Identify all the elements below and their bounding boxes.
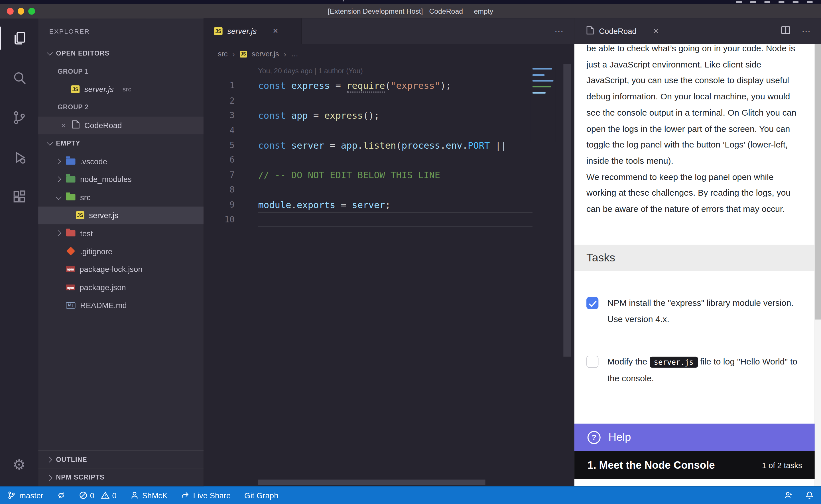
markdown-icon: M↓ [66,302,75,308]
inline-code-chip: server.js [650,357,698,368]
menu-item-code[interactable]: Code [40,0,57,2]
task-checkbox[interactable] [586,356,598,368]
panel-scrollbar-thumb[interactable] [815,44,821,319]
tree-item-package-json[interactable]: npm package.json [38,278,203,296]
editor-horizontal-scrollbar[interactable] [258,480,485,485]
menu-item-help[interactable]: Help [332,0,347,2]
account-status[interactable]: ShMcK [130,491,167,500]
more-actions-icon[interactable]: ··· [554,26,563,36]
chevron-right-icon [54,158,62,165]
code-line[interactable] [258,123,574,138]
menu-item-selection[interactable]: Selection [124,0,154,2]
js-file-icon: JS [71,85,79,93]
panel-scrollbar[interactable] [815,44,821,486]
chevron-down-icon [46,50,53,57]
settings-gear-icon[interactable]: ⚙ [0,450,38,480]
menu-item-edit[interactable]: Edit [97,0,110,2]
search-icon[interactable] [0,58,38,98]
notifications-status[interactable] [805,491,814,499]
document-icon [72,120,79,130]
split-editor-icon[interactable] [781,26,790,36]
bell-icon [805,491,814,499]
source-control-icon[interactable] [0,98,38,138]
task-item-2: Modify the server.js file to log "Hello … [586,354,805,386]
live-share-status[interactable]: Live Share [181,491,231,500]
code-line[interactable]: const server = app.listen(process.env.PO… [258,138,574,153]
code-line[interactable] [258,183,574,197]
minimap[interactable] [530,64,555,142]
tab-label: CodeRoad [599,27,637,36]
tree-item-node-modules[interactable]: node_modules [38,170,203,188]
outline-section[interactable]: OUTLINE [38,450,203,468]
close-icon[interactable]: × [654,27,659,36]
explorer-icon[interactable] [0,18,38,58]
person-add-icon [784,491,793,499]
more-actions-icon[interactable]: ··· [802,26,810,36]
code-line[interactable] [258,153,574,168]
line-number: 7 [204,168,235,183]
chevron-right-icon: › [284,50,286,58]
code-line[interactable]: const app = express(); [258,108,574,123]
tree-item-server-js[interactable]: JS server.js [38,206,203,224]
open-editors-section[interactable]: OPEN EDITORS [38,44,203,62]
breadcrumb-src[interactable]: src [218,50,228,58]
code-line[interactable]: module.exports = server; [258,197,574,212]
close-icon[interactable]: × [273,27,278,36]
code-line[interactable] [258,93,574,108]
document-icon [586,26,594,36]
folder-icon [66,176,75,183]
close-icon[interactable]: × [59,121,68,130]
menu-item-file[interactable]: File [71,0,83,2]
gitlens-annotation: You, 20 days ago | 1 author (You) [258,64,574,79]
live-share-invite-status[interactable] [784,491,793,499]
tree-item-package-lock-json[interactable]: npm package-lock.json [38,260,203,278]
open-editor-coderoad[interactable]: × CodeRoad [38,116,203,134]
help-icon: ? [587,431,600,444]
coderoad-panel: CodeRoad × ··· be able to check what’s g… [574,18,821,486]
folder-icon [66,230,75,236]
code-editor[interactable]: 12345678910 You, 20 days ago | 1 author … [204,64,574,486]
task-text: Modify the server.js file to log "Hello … [607,354,805,386]
tree-item-readme-md[interactable]: M↓ README.md [38,296,203,314]
open-editor-file-name: server.js [84,85,114,94]
extensions-icon[interactable] [0,177,38,217]
tasks-header: Tasks [574,245,815,271]
tab-coderoad[interactable]: CodeRoad × [574,18,667,44]
close-window-button[interactable] [7,8,13,15]
tab-server-js[interactable]: JS server.js × [204,18,302,44]
sidebar-title: EXPLORER [38,18,203,44]
code-line[interactable]: // -- DO NOT EDIT BELOW THIS LINE [258,168,574,183]
editor-vertical-scrollbar[interactable] [563,64,571,357]
task-checkbox[interactable] [586,297,598,309]
chevron-right-icon [54,176,62,183]
workspace-section-empty[interactable]: EMPTY [38,134,203,152]
git-graph-status[interactable]: Git Graph [244,491,278,500]
line-number: 2 [204,93,235,108]
editor-group-1-label: GROUP 1 [38,62,203,80]
share-icon [181,491,189,499]
menu-item-terminal[interactable]: Terminal [250,0,278,2]
open-editor-server-js[interactable]: JS server.js src [38,80,203,98]
menu-item-run[interactable]: Run [223,0,236,2]
menu-item-view[interactable]: View [168,0,184,2]
chevron-down-icon [46,140,53,147]
breadcrumb-file[interactable]: server.js [252,50,279,58]
run-debug-icon[interactable] [0,138,38,177]
help-button[interactable]: ? Help [574,424,815,451]
npm-scripts-section[interactable]: NPM SCRIPTS [38,468,203,486]
zoom-window-button[interactable] [28,8,35,15]
menu-item-go[interactable]: Go [198,0,208,2]
breadcrumb-more[interactable]: … [291,50,299,58]
code-line[interactable]: const express = require("express"); [258,79,574,93]
tree-item-vscode[interactable]: .vscode [38,152,203,170]
minimize-window-button[interactable] [18,8,24,15]
tree-item-gitignore[interactable]: .gitignore [38,242,203,260]
git-branch-status[interactable]: master [7,491,43,500]
sync-status[interactable] [57,491,65,499]
menu-item-window[interactable]: Window [292,0,318,2]
problems-status[interactable]: 0 0 [79,491,116,500]
code-line[interactable] [258,212,532,227]
tree-item-test[interactable]: test [38,224,203,242]
tree-item-src[interactable]: src [38,188,203,206]
lesson-header[interactable]: 1. Meet the Node Console 1 of 2 tasks [574,451,815,479]
